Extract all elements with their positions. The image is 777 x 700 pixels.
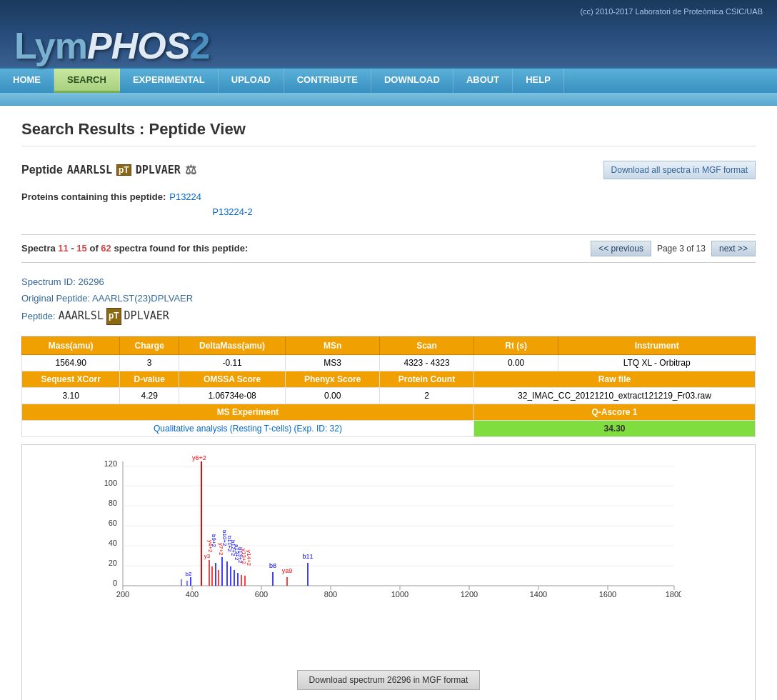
spectra-total: 62 (101, 243, 111, 254)
raw-file-header: Raw file (473, 371, 755, 388)
spectrum-id-line: Spectrum ID: 26296 (21, 274, 756, 290)
nav-home[interactable]: HOME (0, 69, 54, 93)
spectra-label: Spectra (21, 243, 56, 254)
page-title: Search Results : Peptide View (21, 120, 756, 146)
prev-page-button[interactable]: << previous (591, 241, 651, 256)
q-ascore-value: 34.30 (473, 421, 755, 437)
svg-text:y6+2: y6+2 (192, 456, 206, 461)
download-mgf-button[interactable]: Download all spectra in MGF format (603, 161, 756, 179)
scale-icon[interactable]: ⚖ (185, 162, 196, 178)
peptide-suffix: DPLVAER (136, 164, 181, 176)
main-content: Search Results : Peptide View Peptide AA… (0, 106, 777, 700)
col-rt: Rt (s) (473, 337, 558, 355)
proteins-container: Proteins containing this peptide: P13224… (21, 190, 756, 220)
pagination-controls: << previous Page 3 of 13 next >> (591, 241, 756, 256)
spectra-range-start: 11 (58, 243, 68, 254)
header: (cc) 2010-2017 Laboratori de Proteòmica … (0, 0, 777, 67)
svg-text:1200: 1200 (461, 590, 478, 599)
spectra-of: of (89, 243, 98, 254)
cell-deltamass: -0.11 (179, 355, 285, 371)
spectrum-chart: 120 100 80 60 40 20 0 y6+2 b2 (21, 444, 756, 700)
cell-mass: 1564.90 (22, 355, 120, 371)
nav-experimental[interactable]: EXPERIMENTAL (120, 69, 219, 93)
dvalue-header: D-value (120, 371, 179, 388)
experiment-header-row: MS Experiment Q-Ascore 1 (22, 404, 756, 421)
col-deltamass: DeltaMass(amu) (179, 337, 285, 355)
page-info: Page 3 of 13 (657, 244, 706, 254)
spectra-pagination-line: Spectra 11 - 15 of 62 spectra found for … (21, 234, 756, 263)
q-ascore-header: Q-Ascore 1 (473, 404, 755, 421)
nav-help[interactable]: HELP (513, 69, 564, 93)
spectrum-phospho: pT (106, 308, 121, 325)
col-msn: MSn (286, 337, 380, 355)
nav-about[interactable]: ABOUT (453, 69, 513, 93)
nav-upload[interactable]: UPLOAD (219, 69, 284, 93)
cell-instrument: LTQ XL - Orbitrap (558, 355, 756, 371)
score-header-row: Sequest XCorr D-value OMSSA Score Phenyx… (22, 371, 756, 388)
svg-text:y14+2: y14+2 (246, 550, 252, 566)
logo-area: LymPHOS2 (14, 19, 763, 67)
cell-dvalue: 4.29 (120, 388, 179, 404)
svg-text:120: 120 (104, 459, 117, 468)
protein-link-1[interactable]: P13224-2 (212, 205, 252, 220)
peptide-prefix: AAARLSL (67, 164, 112, 176)
nav-contribute[interactable]: CONTRIBUTE (284, 69, 371, 93)
omssa-header: OMSSA Score (179, 371, 285, 388)
peptide-label: Peptide AAARLSLpTDPLVAER ⚖ (21, 162, 196, 178)
ms-experiment-header: MS Experiment (22, 404, 474, 421)
protein-link-0[interactable]: P13224 (169, 190, 252, 205)
svg-text:400: 400 (186, 590, 199, 599)
cell-raw-file: 32_IMAC_CC_20121210_extract121219_Fr03.r… (473, 388, 755, 404)
svg-text:20: 20 (109, 559, 117, 567)
svg-text:80: 80 (109, 499, 117, 507)
col-mass: Mass(amu) (22, 337, 120, 355)
svg-text:y3: y3 (204, 553, 211, 559)
download-spectrum-button[interactable]: Download spectrum 26296 in MGF format (297, 670, 481, 690)
cell-rt: 0.00 (473, 355, 558, 371)
peptide-phospho-marker: pT (116, 164, 131, 176)
navigation: HOME SEARCH EXPERIMENTAL UPLOAD CONTRIBU… (0, 67, 777, 93)
spectrum-details: Spectrum ID: 26296 Original Peptide: AAA… (21, 274, 756, 326)
col-scan: Scan (380, 337, 474, 355)
spectra-range-end: 15 (76, 243, 86, 254)
proteins-line: Proteins containing this peptide: P13224… (21, 190, 756, 220)
sequest-header: Sequest XCorr (22, 371, 120, 388)
cell-sequest: 3.10 (22, 388, 120, 404)
copyright-text: (cc) 2010-2017 Laboratori de Proteòmica … (14, 7, 763, 19)
score-data-row: 3.10 4.29 1.06734e-08 0.00 2 32_IMAC_CC_… (22, 388, 756, 404)
sub-nav-bar (0, 93, 777, 106)
protein-count-header: Protein Count (380, 371, 474, 388)
next-page-button[interactable]: next >> (711, 241, 756, 256)
svg-text:1600: 1600 (599, 590, 616, 599)
spectrum-svg: 120 100 80 60 40 20 0 y6+2 b2 (96, 456, 681, 663)
experiment-link[interactable]: Qualitative analysis (Resting T-cells) (… (154, 424, 342, 434)
col-charge: Charge (120, 337, 179, 355)
peptide-detail-line: Peptide: AAARLSLpTDPLVAER (21, 306, 756, 326)
svg-text:1000: 1000 (391, 590, 408, 599)
col-instrument: Instrument (558, 337, 756, 355)
svg-text:60: 60 (109, 519, 117, 527)
nav-search[interactable]: SEARCH (54, 69, 120, 93)
spectrum-peptide-suffix: DPLVAER (124, 306, 169, 326)
cell-msn: MS3 (286, 355, 380, 371)
experiment-data-row: Qualitative analysis (Resting T-cells) (… (22, 421, 756, 437)
svg-text:b8: b8 (269, 562, 276, 569)
svg-text:1400: 1400 (530, 590, 547, 599)
cell-charge: 3 (120, 355, 179, 371)
cell-scan: 4323 - 4323 (380, 355, 474, 371)
svg-text:100: 100 (104, 479, 117, 487)
peptide-word: Peptide (21, 164, 63, 176)
data-row-1: 1564.90 3 -0.11 MS3 4323 - 4323 0.00 LTQ… (22, 355, 756, 371)
phenyx-header: Phenyx Score (286, 371, 380, 388)
svg-text:b9+2: b9+2 (211, 534, 217, 548)
protein-links-group: P13224 P13224-2 (169, 190, 252, 220)
svg-text:800: 800 (324, 590, 337, 599)
svg-text:200: 200 (116, 590, 129, 599)
spectrum-peptide-prefix: AAARLSL (59, 306, 104, 326)
svg-text:b11: b11 (302, 553, 313, 560)
peptide-line: Peptide AAARLSLpTDPLVAER ⚖ Download all … (21, 161, 756, 179)
proteins-label: Proteins containing this peptide: (21, 191, 166, 202)
svg-text:40: 40 (109, 539, 117, 547)
cell-protein-count: 2 (380, 388, 474, 404)
nav-download[interactable]: DOWNLOAD (371, 69, 453, 93)
